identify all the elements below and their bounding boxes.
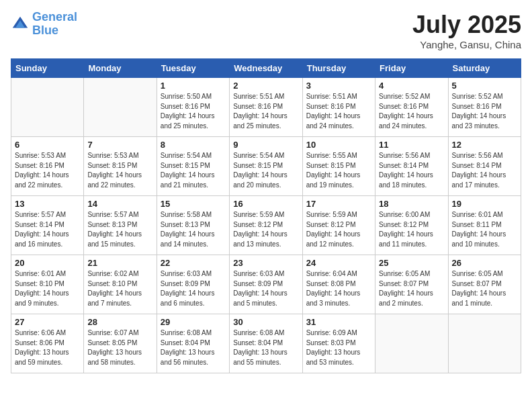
day-number: 31 (306, 317, 371, 327)
day-info: Sunrise: 5:54 AM Sunset: 8:15 PM Dayligh… (161, 151, 226, 190)
day-number: 30 (233, 317, 298, 327)
day-info: Sunrise: 5:57 AM Sunset: 8:13 PM Dayligh… (87, 210, 152, 249)
calendar-cell: 28Sunrise: 6:07 AM Sunset: 8:05 PM Dayli… (84, 314, 157, 373)
calendar-cell: 6Sunrise: 5:53 AM Sunset: 8:16 PM Daylig… (11, 137, 84, 196)
day-info: Sunrise: 5:52 AM Sunset: 8:16 PM Dayligh… (452, 92, 517, 131)
day-info: Sunrise: 6:02 AM Sunset: 8:10 PM Dayligh… (87, 269, 152, 308)
title-block: July 2025 Yanghe, Gansu, China (412, 11, 521, 50)
col-monday: Monday (84, 59, 157, 78)
calendar-table: Sunday Monday Tuesday Wednesday Thursday… (11, 58, 521, 373)
day-info: Sunrise: 6:07 AM Sunset: 8:05 PM Dayligh… (87, 328, 152, 367)
calendar-cell: 31Sunrise: 6:09 AM Sunset: 8:03 PM Dayli… (302, 314, 375, 373)
day-number: 19 (452, 199, 517, 209)
day-number: 16 (233, 199, 298, 209)
day-number: 9 (233, 140, 298, 150)
day-info: Sunrise: 6:08 AM Sunset: 8:04 PM Dayligh… (161, 328, 226, 367)
day-info: Sunrise: 5:53 AM Sunset: 8:15 PM Dayligh… (87, 151, 152, 190)
calendar-cell: 4Sunrise: 5:52 AM Sunset: 8:16 PM Daylig… (375, 78, 448, 137)
day-number: 17 (306, 199, 371, 209)
day-number: 5 (452, 81, 517, 91)
day-number: 3 (306, 81, 371, 91)
col-friday: Friday (375, 59, 448, 78)
day-number: 23 (233, 258, 298, 268)
col-saturday: Saturday (448, 59, 521, 78)
day-info: Sunrise: 5:56 AM Sunset: 8:14 PM Dayligh… (379, 151, 444, 190)
day-number: 28 (87, 317, 152, 327)
calendar-cell: 9Sunrise: 5:54 AM Sunset: 8:15 PM Daylig… (230, 137, 302, 196)
calendar-cell: 10Sunrise: 5:55 AM Sunset: 8:15 PM Dayli… (302, 137, 375, 196)
day-number: 6 (15, 140, 80, 150)
day-number: 2 (233, 81, 298, 91)
day-info: Sunrise: 5:54 AM Sunset: 8:15 PM Dayligh… (233, 151, 298, 190)
calendar-cell: 17Sunrise: 5:59 AM Sunset: 8:12 PM Dayli… (302, 196, 375, 255)
calendar-cell: 8Sunrise: 5:54 AM Sunset: 8:15 PM Daylig… (157, 137, 229, 196)
col-sunday: Sunday (11, 59, 84, 78)
calendar-cell (375, 314, 448, 373)
calendar-cell: 16Sunrise: 5:59 AM Sunset: 8:12 PM Dayli… (230, 196, 302, 255)
col-tuesday: Tuesday (157, 59, 229, 78)
calendar-cell: 11Sunrise: 5:56 AM Sunset: 8:14 PM Dayli… (375, 137, 448, 196)
day-info: Sunrise: 6:01 AM Sunset: 8:11 PM Dayligh… (452, 210, 517, 249)
location-subtitle: Yanghe, Gansu, China (412, 39, 521, 50)
day-info: Sunrise: 6:03 AM Sunset: 8:09 PM Dayligh… (233, 269, 298, 308)
calendar-cell: 26Sunrise: 6:05 AM Sunset: 8:07 PM Dayli… (448, 255, 521, 314)
calendar-cell: 23Sunrise: 6:03 AM Sunset: 8:09 PM Dayli… (230, 255, 302, 314)
calendar-cell: 14Sunrise: 5:57 AM Sunset: 8:13 PM Dayli… (84, 196, 157, 255)
logo-text: General Blue (32, 11, 77, 38)
col-thursday: Thursday (302, 59, 375, 78)
day-info: Sunrise: 5:53 AM Sunset: 8:16 PM Dayligh… (15, 151, 80, 190)
calendar-cell: 1Sunrise: 5:50 AM Sunset: 8:16 PM Daylig… (157, 78, 229, 137)
day-info: Sunrise: 5:59 AM Sunset: 8:12 PM Dayligh… (233, 210, 298, 249)
day-number: 22 (161, 258, 226, 268)
day-number: 29 (161, 317, 226, 327)
calendar-cell: 25Sunrise: 6:05 AM Sunset: 8:07 PM Dayli… (375, 255, 448, 314)
day-info: Sunrise: 6:06 AM Sunset: 8:06 PM Dayligh… (15, 328, 80, 367)
day-info: Sunrise: 5:51 AM Sunset: 8:16 PM Dayligh… (306, 92, 371, 131)
day-info: Sunrise: 5:59 AM Sunset: 8:12 PM Dayligh… (306, 210, 371, 249)
day-number: 21 (87, 258, 152, 268)
calendar-cell: 22Sunrise: 6:03 AM Sunset: 8:09 PM Dayli… (157, 255, 229, 314)
calendar-cell: 19Sunrise: 6:01 AM Sunset: 8:11 PM Dayli… (448, 196, 521, 255)
day-info: Sunrise: 6:05 AM Sunset: 8:07 PM Dayligh… (452, 269, 517, 308)
calendar-cell: 3Sunrise: 5:51 AM Sunset: 8:16 PM Daylig… (302, 78, 375, 137)
day-number: 24 (306, 258, 371, 268)
calendar-cell: 5Sunrise: 5:52 AM Sunset: 8:16 PM Daylig… (448, 78, 521, 137)
day-info: Sunrise: 5:55 AM Sunset: 8:15 PM Dayligh… (306, 151, 371, 190)
day-number: 20 (15, 258, 80, 268)
day-info: Sunrise: 5:52 AM Sunset: 8:16 PM Dayligh… (379, 92, 444, 131)
calendar-cell: 2Sunrise: 5:51 AM Sunset: 8:16 PM Daylig… (230, 78, 302, 137)
calendar-cell: 13Sunrise: 5:57 AM Sunset: 8:14 PM Dayli… (11, 196, 84, 255)
day-number: 25 (379, 258, 444, 268)
day-info: Sunrise: 5:56 AM Sunset: 8:14 PM Dayligh… (452, 151, 517, 190)
day-number: 18 (379, 199, 444, 209)
day-info: Sunrise: 6:09 AM Sunset: 8:03 PM Dayligh… (306, 328, 371, 367)
calendar-cell: 7Sunrise: 5:53 AM Sunset: 8:15 PM Daylig… (84, 137, 157, 196)
day-number: 8 (161, 140, 226, 150)
day-number: 11 (379, 140, 444, 150)
calendar-cell: 29Sunrise: 6:08 AM Sunset: 8:04 PM Dayli… (157, 314, 229, 373)
calendar-week-1: 6Sunrise: 5:53 AM Sunset: 8:16 PM Daylig… (11, 137, 521, 196)
calendar-cell: 15Sunrise: 5:58 AM Sunset: 8:13 PM Dayli… (157, 196, 229, 255)
day-info: Sunrise: 6:05 AM Sunset: 8:07 PM Dayligh… (379, 269, 444, 308)
day-number: 10 (306, 140, 371, 150)
day-number: 13 (15, 199, 80, 209)
calendar-cell: 24Sunrise: 6:04 AM Sunset: 8:08 PM Dayli… (302, 255, 375, 314)
calendar-week-2: 13Sunrise: 5:57 AM Sunset: 8:14 PM Dayli… (11, 196, 521, 255)
day-number: 12 (452, 140, 517, 150)
day-number: 4 (379, 81, 444, 91)
calendar-week-0: 1Sunrise: 5:50 AM Sunset: 8:16 PM Daylig… (11, 78, 521, 137)
calendar-cell: 18Sunrise: 6:00 AM Sunset: 8:12 PM Dayli… (375, 196, 448, 255)
day-info: Sunrise: 6:01 AM Sunset: 8:10 PM Dayligh… (15, 269, 80, 308)
calendar-week-3: 20Sunrise: 6:01 AM Sunset: 8:10 PM Dayli… (11, 255, 521, 314)
calendar-cell (448, 314, 521, 373)
day-info: Sunrise: 6:04 AM Sunset: 8:08 PM Dayligh… (306, 269, 371, 308)
calendar-cell: 21Sunrise: 6:02 AM Sunset: 8:10 PM Dayli… (84, 255, 157, 314)
day-info: Sunrise: 6:03 AM Sunset: 8:09 PM Dayligh… (161, 269, 226, 308)
day-info: Sunrise: 5:57 AM Sunset: 8:14 PM Dayligh… (15, 210, 80, 249)
calendar-header-row: Sunday Monday Tuesday Wednesday Thursday… (11, 59, 521, 78)
calendar-cell (84, 78, 157, 137)
calendar-cell: 27Sunrise: 6:06 AM Sunset: 8:06 PM Dayli… (11, 314, 84, 373)
calendar-cell: 30Sunrise: 6:08 AM Sunset: 8:04 PM Dayli… (230, 314, 302, 373)
calendar-cell (11, 78, 84, 137)
day-info: Sunrise: 6:00 AM Sunset: 8:12 PM Dayligh… (379, 210, 444, 249)
